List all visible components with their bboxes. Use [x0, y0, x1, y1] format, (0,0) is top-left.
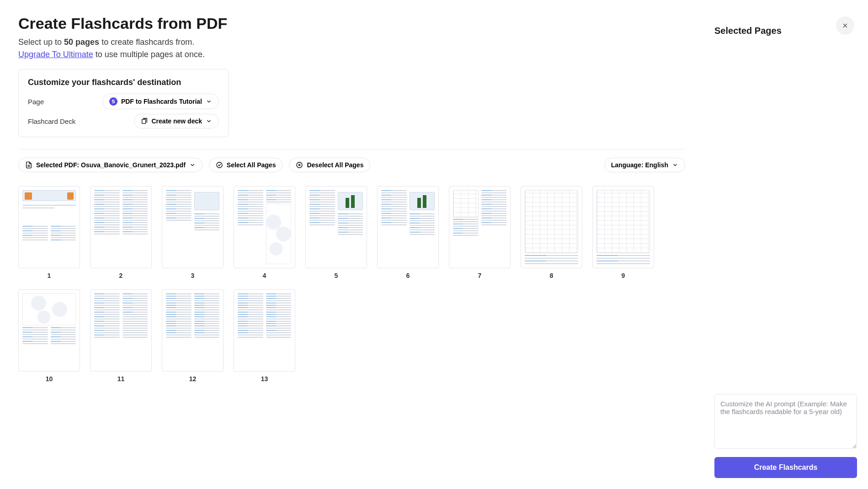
page-number: 4 [263, 272, 266, 279]
chevron-down-icon [206, 118, 212, 124]
deck-plus-icon [141, 117, 148, 125]
close-button[interactable] [836, 16, 854, 35]
subtitle-pre: Select up to [18, 37, 64, 47]
main-panel: Create Flashcards from PDF Select up to … [0, 0, 703, 489]
close-icon [841, 22, 849, 29]
language-select[interactable]: Language: English [604, 158, 685, 172]
chevron-down-icon [189, 162, 196, 168]
page-number: 9 [622, 272, 625, 279]
page-thumb-preview [449, 186, 511, 268]
flashcards-modal: Create Flashcards from PDF Select up to … [0, 0, 868, 489]
page-number: 11 [117, 375, 125, 383]
page-thumb-preview [162, 289, 224, 372]
page-thumb-preview [377, 186, 439, 268]
page-number: 6 [406, 272, 410, 279]
destination-deck-row: Flashcard Deck Create new deck [28, 114, 219, 128]
destination-page-row: Page S PDF to Flashcards Tutorial [28, 94, 219, 109]
page-thumb[interactable]: 1 [18, 186, 80, 279]
destination-page-select[interactable]: S PDF to Flashcards Tutorial [102, 94, 219, 109]
page-number: 1 [48, 272, 51, 279]
page-number: 2 [119, 272, 123, 279]
destination-deck-select[interactable]: Create new deck [134, 114, 219, 128]
page-thumb[interactable]: 10 [18, 289, 80, 383]
destination-card: Customize your flashcards' destination P… [18, 69, 229, 137]
page-thumb-preview [162, 186, 224, 268]
page-number: 8 [550, 272, 554, 279]
page-number: 3 [191, 272, 195, 279]
page-thumb[interactable]: 4 [234, 186, 295, 279]
chevron-down-icon [672, 162, 678, 168]
side-panel: Selected Pages Create Flashcards [703, 0, 868, 489]
page-thumb[interactable]: 8 [521, 186, 582, 279]
page-thumb-preview [521, 186, 582, 268]
subtitle-post: to create flashcards from. [99, 37, 194, 47]
create-flashcards-button[interactable]: Create Flashcards [714, 457, 857, 478]
page-badge-icon: S [109, 97, 117, 106]
page-number: 13 [261, 375, 268, 383]
page-thumb-preview [234, 186, 295, 268]
page-thumb[interactable]: 11 [90, 289, 152, 383]
page-number: 5 [335, 272, 338, 279]
page-thumb[interactable]: 3 [162, 186, 224, 279]
selected-pdf-dropdown[interactable]: Selected PDF: Osuva_Banovic_Grunert_2023… [18, 158, 202, 172]
deselect-all-button[interactable]: Deselect All Pages [289, 158, 370, 172]
language-text: Language: English [611, 161, 668, 169]
page-number: 10 [46, 375, 53, 383]
deselect-all-label: Deselect All Pages [307, 161, 363, 169]
check-circle-icon [216, 161, 223, 169]
selected-pdf-text: Selected PDF: Osuva_Banovic_Grunert_2023… [36, 161, 186, 169]
page-thumb[interactable]: 13 [234, 289, 295, 383]
svg-rect-0 [142, 119, 145, 123]
upgrade-post: to use multiple pages at once. [93, 50, 205, 59]
page-thumb[interactable]: 12 [162, 289, 224, 383]
destination-title: Customize your flashcards' destination [28, 78, 219, 87]
page-thumb-preview [90, 289, 152, 372]
page-thumb-preview [305, 186, 367, 268]
subtitle-pagecount: 50 pages [64, 37, 99, 47]
pages-grid: 1 2 3 4 [18, 186, 685, 383]
select-all-label: Select All Pages [227, 161, 276, 169]
page-thumb[interactable]: 6 [377, 186, 439, 279]
destination-page-label: Page [28, 98, 44, 106]
page-title: Create Flashcards from PDF [18, 15, 685, 32]
page-thumb[interactable]: 5 [305, 186, 367, 279]
page-thumb-preview [18, 186, 80, 268]
svg-point-3 [217, 162, 222, 168]
chevron-down-icon [206, 98, 212, 105]
page-thumb-preview [90, 186, 152, 268]
toolbar: Selected PDF: Osuva_Banovic_Grunert_2023… [18, 158, 685, 172]
page-thumb[interactable]: 7 [449, 186, 511, 279]
upgrade-line: Upgrade To Ultimate to use multiple page… [18, 48, 685, 61]
destination-page-value: PDF to Flashcards Tutorial [121, 98, 202, 105]
prompt-textarea[interactable] [714, 394, 857, 449]
upgrade-link[interactable]: Upgrade To Ultimate [18, 50, 93, 59]
page-thumb-preview [18, 289, 80, 372]
selected-pages-title: Selected Pages [714, 26, 857, 36]
page-thumb-preview [592, 186, 654, 268]
page-thumb[interactable]: 9 [592, 186, 654, 279]
divider [18, 149, 685, 149]
selected-pages-area [714, 42, 857, 394]
document-icon [25, 161, 32, 169]
subtitle: Select up to 50 pages to create flashcar… [18, 36, 685, 48]
page-thumb-preview [234, 289, 295, 372]
destination-deck-label: Flashcard Deck [28, 117, 75, 125]
page-number: 12 [189, 375, 197, 383]
destination-deck-value: Create new deck [152, 117, 202, 125]
page-thumb[interactable]: 2 [90, 186, 152, 279]
x-circle-icon [296, 161, 303, 169]
select-all-button[interactable]: Select All Pages [209, 158, 283, 172]
page-number: 7 [478, 272, 482, 279]
